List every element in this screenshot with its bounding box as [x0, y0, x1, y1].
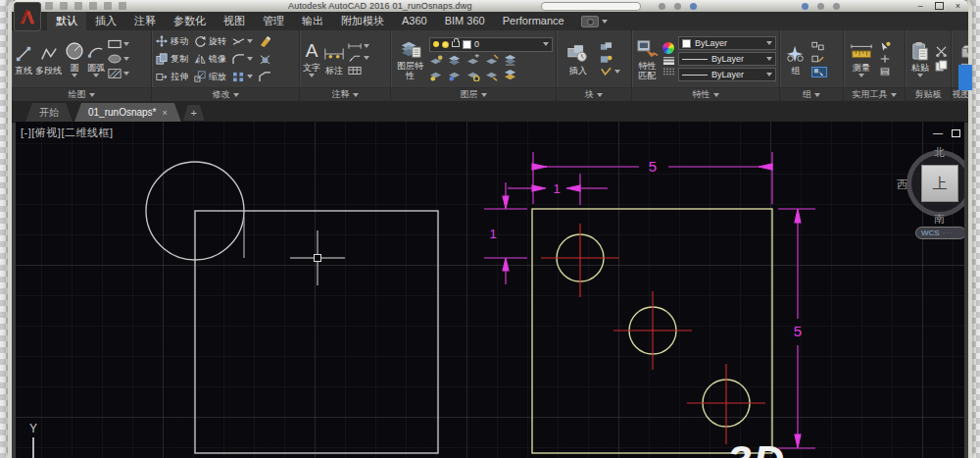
- edit-block-button[interactable]: [600, 54, 620, 64]
- lineweight-dropdown[interactable]: ByLayer: [678, 52, 776, 66]
- tab-bim360[interactable]: BIM 360: [436, 12, 494, 30]
- panel-label-properties[interactable]: 特性: [632, 87, 779, 101]
- panel-label-annotate[interactable]: 注释: [300, 87, 390, 101]
- layer-tool-icon[interactable]: [485, 54, 500, 67]
- viewcube-south-label[interactable]: 南: [934, 212, 945, 227]
- new-drawing-tab-button[interactable]: +: [183, 105, 205, 121]
- match-properties-button[interactable]: 特性匹配: [635, 38, 660, 80]
- stretch-button[interactable]: 拉伸: [156, 68, 188, 85]
- linetype-icon[interactable]: [662, 67, 675, 76]
- layer-unlock-icon[interactable]: [452, 41, 460, 47]
- ellipse-button[interactable]: [108, 53, 129, 65]
- arc-button[interactable]: 圆弧: [87, 40, 105, 77]
- move-button[interactable]: 移动: [156, 32, 188, 50]
- panel-label-layers[interactable]: 图层: [391, 87, 556, 101]
- minimize-button[interactable]: –: [918, 1, 923, 11]
- panel-label-utilities[interactable]: 实用工具: [844, 87, 905, 101]
- paste-button[interactable]: 粘贴: [908, 40, 932, 77]
- viewport-controls-label[interactable]: [-][俯视][二维线框]: [21, 126, 114, 140]
- layer-properties-button[interactable]: 图层特性: [394, 38, 426, 80]
- layer-tool-icon[interactable]: [504, 69, 518, 81]
- array-button[interactable]: [232, 72, 253, 82]
- scale-button[interactable]: 缩放: [194, 68, 226, 85]
- tab-annotate[interactable]: 注释: [125, 12, 165, 30]
- layer-color-swatch[interactable]: [463, 40, 471, 49]
- tab-manage[interactable]: 管理: [254, 12, 293, 30]
- file-tab-start[interactable]: 开始: [25, 103, 73, 122]
- layer-tool-icon[interactable]: [485, 69, 500, 81]
- panel-label-modify[interactable]: 修改: [152, 87, 299, 101]
- layer-tool-icon[interactable]: [429, 69, 444, 81]
- polyline-button[interactable]: 多段线: [35, 43, 62, 76]
- object-color-dropdown[interactable]: ByLayer: [678, 36, 776, 50]
- lineweight-icon[interactable]: [662, 56, 675, 65]
- rectangle-button[interactable]: [108, 38, 129, 50]
- text-button[interactable]: A 文字: [303, 40, 320, 77]
- color-wheel-icon[interactable]: [662, 42, 675, 54]
- group-selection-toggle[interactable]: [811, 67, 827, 77]
- layer-tool-icon[interactable]: [448, 54, 463, 67]
- wcs-dropdown[interactable]: WCS ···: [915, 227, 964, 239]
- tab-default[interactable]: 默认: [47, 12, 86, 30]
- tab-insert[interactable]: 插入: [86, 12, 125, 30]
- application-menu-button[interactable]: [14, 2, 41, 31]
- gray-square[interactable]: [195, 211, 438, 453]
- explode-button[interactable]: [259, 53, 271, 65]
- insert-block-button[interactable]: 插入: [560, 43, 597, 76]
- erase-button[interactable]: [259, 35, 271, 47]
- line-button[interactable]: 直线: [15, 43, 32, 76]
- layer-thaw-icon[interactable]: [442, 41, 449, 48]
- infocenter-icons[interactable]: [659, 3, 697, 10]
- layer-tool-icon[interactable]: [466, 54, 481, 67]
- viewcube-west-label[interactable]: 西: [897, 178, 907, 192]
- infocenter-search-input[interactable]: [541, 2, 641, 11]
- hatch-button[interactable]: [108, 68, 129, 79]
- restore-button[interactable]: [935, 2, 944, 10]
- linear-dim-button[interactable]: [348, 42, 369, 50]
- layer-on-icon[interactable]: [433, 41, 439, 47]
- tab-output[interactable]: 输出: [293, 12, 332, 30]
- tab-a360[interactable]: A360: [393, 12, 436, 30]
- drawing-canvas[interactable]: 5 1 1 5 [-][俯视][二维线框] — × 北 南 西 东 上 WCS …: [16, 122, 964, 458]
- close-button[interactable]: ×: [956, 1, 960, 11]
- layer-tool-icon[interactable]: [429, 54, 444, 67]
- quick-access-toolbar[interactable]: [45, 2, 126, 10]
- group-button[interactable]: 组: [783, 43, 808, 76]
- recorder-button[interactable]: [581, 12, 608, 30]
- quick-select-button[interactable]: [879, 41, 891, 51]
- group-edit-button[interactable]: [811, 54, 827, 64]
- calculator-button[interactable]: [879, 67, 891, 76]
- chamfer-button[interactable]: [259, 72, 271, 82]
- ungroup-button[interactable]: [811, 41, 827, 51]
- measure-button[interactable]: 测量: [847, 40, 876, 77]
- layer-tool-icon[interactable]: [466, 69, 481, 81]
- copy-clip-icon[interactable]: [935, 60, 948, 72]
- linetype-dropdown[interactable]: ByLayer: [678, 68, 776, 81]
- dimension-button[interactable]: 标注: [323, 43, 345, 76]
- panel-label-block[interactable]: 块: [557, 87, 631, 101]
- panel-label-draw[interactable]: 绘图: [12, 87, 151, 101]
- panel-label-group[interactable]: 组: [780, 87, 843, 101]
- layer-dropdown[interactable]: 0: [429, 37, 553, 52]
- copy-button[interactable]: 复制: [156, 50, 188, 68]
- file-tab-drawing[interactable]: 01_runOsnaps* ×: [74, 103, 181, 122]
- layer-tool-icon[interactable]: [504, 54, 518, 67]
- help-icons[interactable]: [802, 3, 840, 10]
- tab-performance[interactable]: Performance: [494, 12, 573, 30]
- tab-addins[interactable]: 附加模块: [332, 12, 393, 30]
- circle-button[interactable]: 圆: [65, 40, 84, 77]
- leader-button[interactable]: [348, 53, 369, 63]
- fillet-button[interactable]: [232, 54, 253, 65]
- create-block-button[interactable]: [600, 41, 620, 51]
- table-button[interactable]: [348, 66, 369, 76]
- tab-view[interactable]: 视图: [215, 12, 254, 30]
- layer-tool-icon[interactable]: [448, 69, 463, 81]
- tab-parametric[interactable]: 参数化: [165, 12, 215, 30]
- block-attributes-button[interactable]: [600, 67, 620, 76]
- viewcube-north-label[interactable]: 北: [934, 145, 945, 160]
- trim-button[interactable]: [232, 36, 253, 47]
- viewport-restore-icon[interactable]: [952, 129, 960, 137]
- rotate-button[interactable]: 旋转: [194, 32, 226, 50]
- file-tab-close-icon[interactable]: ×: [163, 108, 168, 118]
- mirror-button[interactable]: 镜像: [194, 50, 226, 68]
